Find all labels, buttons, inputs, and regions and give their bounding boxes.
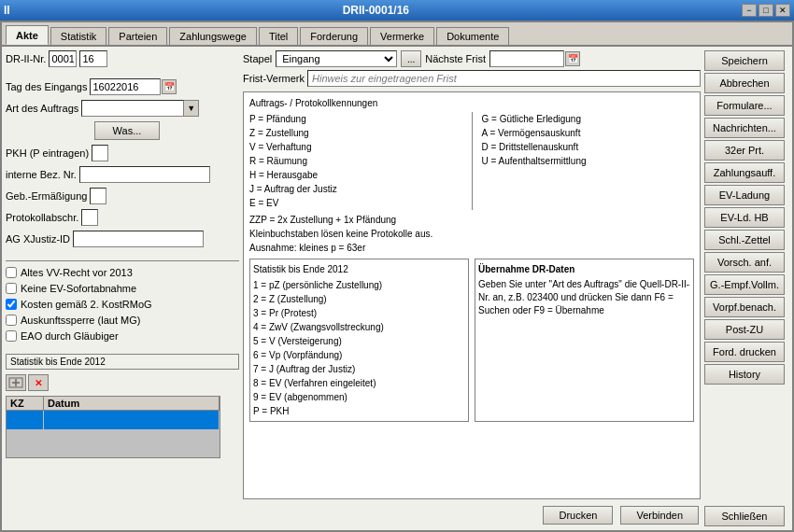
cb-keine-ev-check[interactable] bbox=[6, 283, 17, 294]
maximize-button[interactable]: □ bbox=[759, 4, 773, 17]
stat-item-9: P = PKH bbox=[253, 404, 465, 418]
bottom-buttons: Drucken Verbinden bbox=[243, 502, 701, 526]
drii-nr-input1[interactable] bbox=[49, 50, 77, 67]
cb-kosten-check[interactable] bbox=[6, 299, 17, 310]
middle-panel: Stapel Eingang ... Nächste Frist 📅 Frist… bbox=[243, 50, 701, 526]
left-panel: DR-II-Nr. Tag des Eingangs 📅 Art des Auf… bbox=[6, 50, 239, 526]
stapel-dots-button[interactable]: ... bbox=[401, 50, 421, 67]
g-empf-button[interactable]: G.-Empf.Vollm. bbox=[704, 274, 785, 295]
post-zu-button[interactable]: Post-ZU bbox=[704, 319, 785, 340]
naechste-frist-label: Nächste Frist bbox=[425, 53, 486, 64]
bottom-info-row: Statistik bis Ende 2012 1 = pZ (persönli… bbox=[249, 259, 694, 422]
was-button[interactable]: Was... bbox=[94, 121, 160, 140]
uebernahme-box: Übernahme DR-Daten Geben Sie unter "Art … bbox=[475, 259, 694, 422]
prt32-button[interactable]: 32er Prt. bbox=[704, 140, 785, 161]
naechste-frist-wrap: 📅 bbox=[489, 50, 580, 67]
protokoll-row: Protokollabschr. bbox=[6, 209, 239, 226]
abbrechen-button[interactable]: Abbrechen bbox=[704, 73, 785, 93]
info-left-2: V = Verhaftung bbox=[249, 140, 462, 154]
tab-akte[interactable]: Akte bbox=[6, 25, 49, 45]
cb-eao-check[interactable] bbox=[6, 330, 17, 342]
info-box-title: Auftrags- / Protokollkennungen bbox=[249, 96, 694, 110]
tag-eingangs-input-wrap: 📅 bbox=[90, 78, 177, 95]
art-auftrags-input[interactable] bbox=[81, 100, 184, 117]
vorsch-anf-button[interactable]: Vorsch. anf. bbox=[704, 252, 785, 273]
stat-item-8: 9 = EV (abgenommen) bbox=[253, 390, 465, 404]
tag-eingangs-row: Tag des Eingangs 📅 bbox=[6, 78, 239, 95]
ev-ladung-button[interactable]: EV-Ladung bbox=[704, 185, 785, 205]
ford-drucken-button[interactable]: Ford. drucken bbox=[704, 342, 785, 362]
stapel-select[interactable]: Eingang bbox=[276, 50, 397, 67]
schliessen-button[interactable]: Schließen bbox=[704, 506, 785, 526]
zahlungsauff-button[interactable]: Zahlungsauff. bbox=[704, 162, 785, 183]
info-right-3: U = Aufenthaltsermittlung bbox=[482, 154, 695, 168]
stat-delete-icon[interactable]: ✕ bbox=[28, 374, 49, 391]
info-col-right: G = Gütliche Erledigung A = Vermögensaus… bbox=[482, 112, 695, 210]
geb-erm-input[interactable] bbox=[90, 188, 106, 204]
pkh-row: PKH (P eintragen) bbox=[6, 145, 239, 161]
stat-table-row[interactable] bbox=[7, 411, 220, 429]
stat-cell-kz bbox=[7, 411, 44, 429]
stapel-dropdown-wrap: Eingang bbox=[276, 50, 397, 67]
verbinden-button[interactable]: Verbinden bbox=[620, 506, 699, 525]
tab-dokumente[interactable]: Dokumente bbox=[436, 27, 509, 45]
nachrichten-button[interactable]: Nachrichten... bbox=[704, 118, 785, 138]
info-col-left: P = Pfändung Z = Zustellung V = Verhaftu… bbox=[249, 112, 462, 210]
cb-auskunft-check[interactable] bbox=[6, 315, 17, 326]
tab-titel[interactable]: Titel bbox=[259, 27, 298, 45]
cb-keine-ev: Keine EV-Sofortabnahme bbox=[6, 283, 239, 294]
history-button[interactable]: History bbox=[704, 364, 785, 385]
ag-xjustiz-input[interactable] bbox=[73, 231, 204, 247]
stat-item-7: 8 = EV (Verfahren eingeleitet) bbox=[253, 376, 465, 390]
stat-toolbar: ​ ✕ bbox=[6, 374, 239, 391]
tab-vermerke[interactable]: Vermerke bbox=[370, 27, 434, 45]
ev-ld-hb-button[interactable]: EV-Ld. HB bbox=[704, 207, 785, 228]
schl-zettel-button[interactable]: Schl.-Zettel bbox=[704, 230, 785, 250]
tag-eingangs-label: Tag des Eingangs bbox=[6, 81, 87, 92]
stat-table-header: KZ Datum bbox=[7, 397, 220, 411]
art-auftrags-arrow[interactable]: ▼ bbox=[184, 100, 199, 117]
stat-col-kz: KZ bbox=[7, 397, 44, 410]
stat-item-3: 4 = ZwV (Zwangsvollstreckung) bbox=[253, 320, 465, 334]
info-right-1: A = Vermögensauskunft bbox=[482, 126, 695, 140]
info-left-1: Z = Zustellung bbox=[249, 126, 462, 140]
frist-vermerk-input[interactable] bbox=[307, 70, 701, 87]
close-button[interactable]: ✕ bbox=[775, 4, 790, 17]
stapel-row: Stapel Eingang ... Nächste Frist 📅 bbox=[243, 50, 701, 67]
statistik-label-box: Statistik bis Ende 2012 bbox=[6, 354, 239, 370]
calendar-icon[interactable]: 📅 bbox=[162, 79, 177, 94]
formulare-button[interactable]: Formulare... bbox=[704, 95, 785, 116]
app-icon: II bbox=[4, 4, 10, 17]
naechste-frist-input[interactable] bbox=[489, 50, 564, 67]
frist-vermerk-row: Frist-Vermerk bbox=[243, 70, 701, 87]
art-auftrags-label: Art des Auftrags bbox=[6, 103, 78, 114]
vorpf-benach-button[interactable]: Vorpf.benach. bbox=[704, 297, 785, 317]
drucken-button[interactable]: Drucken bbox=[543, 506, 613, 525]
tag-eingangs-input[interactable] bbox=[90, 78, 161, 95]
stat-add-icon[interactable]: ​ bbox=[6, 374, 26, 391]
protokoll-input[interactable] bbox=[81, 209, 98, 226]
speichern-button[interactable]: Speichern bbox=[704, 50, 785, 71]
cb-altes-vv-check[interactable] bbox=[6, 267, 17, 278]
interne-bez-input[interactable] bbox=[79, 166, 210, 183]
pkh-input[interactable] bbox=[92, 145, 108, 161]
info-right-2: D = Drittstellenauskunft bbox=[482, 140, 695, 154]
tab-zahlungswege[interactable]: Zahlungswege bbox=[169, 27, 257, 45]
cb-kosten: Kosten gemäß 2. KostRMoG bbox=[6, 299, 239, 310]
stat-item-6: 7 = J (Auftrag der Justiz) bbox=[253, 362, 465, 376]
frist-vermerk-label: Frist-Vermerk bbox=[243, 73, 305, 84]
interne-bez-label: interne Bez. Nr. bbox=[6, 169, 77, 180]
right-panel: Speichern Abbrechen Formulare... Nachric… bbox=[704, 50, 788, 526]
tab-forderung[interactable]: Forderung bbox=[300, 27, 368, 45]
uebernahme-title: Übernahme DR-Daten bbox=[478, 262, 690, 276]
stat-cell-datum bbox=[44, 411, 220, 429]
drii-nr-input2[interactable] bbox=[79, 50, 107, 67]
naechste-frist-calendar-icon[interactable]: 📅 bbox=[565, 51, 580, 66]
tab-parteien[interactable]: Parteien bbox=[108, 27, 167, 45]
geb-erm-label: Geb.-Ermäßigung bbox=[6, 190, 87, 202]
content-area: DR-II-Nr. Tag des Eingangs 📅 Art des Auf… bbox=[2, 47, 792, 530]
minimize-button[interactable]: − bbox=[742, 4, 757, 17]
statistik-info-title: Statistik bis Ende 2012 bbox=[253, 262, 465, 276]
uebernahme-text: Geben Sie unter "Art des Auftrags" die Q… bbox=[478, 278, 690, 317]
tab-statistik[interactable]: Statistik bbox=[50, 27, 107, 45]
